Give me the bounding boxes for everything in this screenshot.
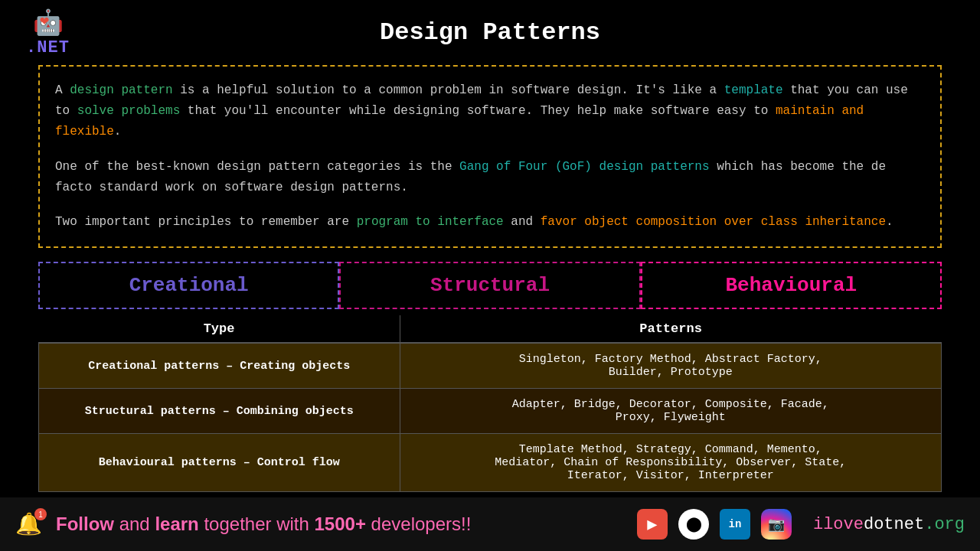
- table-row: Behavioural patterns – Control flow Temp…: [39, 434, 942, 492]
- footer-word-devs: developers!!: [371, 514, 472, 534]
- footer-word-follow: Follow: [56, 514, 114, 534]
- table-row: Structural patterns – Combining objects …: [39, 389, 942, 434]
- category-behavioural-button[interactable]: Behavioural: [641, 262, 942, 309]
- hl-favor-composition: favor object composition over class inhe…: [541, 215, 886, 229]
- social-icons-group: ▶ ⬤ in 📷: [637, 509, 792, 540]
- footer-word-learn: learn: [155, 514, 198, 534]
- youtube-button[interactable]: ▶: [637, 509, 668, 540]
- intro-paragraph-2: One of the best-known design pattern cat…: [55, 157, 925, 198]
- site-prefix-i: i: [813, 515, 823, 534]
- hl-program-interface: program to interface: [357, 215, 504, 229]
- site-name: ilovedotnet.org: [813, 515, 965, 534]
- row-creational-type: Creational patterns – Creating objects: [39, 343, 400, 389]
- row-structural-patterns: Adapter, Bridge, Decorator, Composite, F…: [400, 389, 941, 434]
- page-title: Design Patterns: [380, 18, 600, 47]
- bell-notification-icon[interactable]: 🔔 1: [15, 511, 42, 537]
- site-dot: dot: [864, 515, 894, 534]
- footer-word-together: together with: [204, 514, 314, 534]
- notification-badge: 1: [34, 508, 47, 520]
- hl-design-pattern: design pattern: [70, 83, 172, 97]
- footer-word-and: and: [119, 514, 155, 534]
- category-creational-button[interactable]: Creational: [38, 262, 339, 309]
- site-net: net: [894, 515, 925, 534]
- col-header-type: Type: [39, 315, 400, 343]
- category-structural-button[interactable]: Structural: [339, 262, 640, 309]
- intro-paragraph-3: Two important principles to remember are…: [55, 212, 925, 233]
- patterns-table: Type Patterns Creational patterns – Crea…: [38, 315, 942, 492]
- patterns-table-wrapper: Type Patterns Creational patterns – Crea…: [38, 315, 942, 492]
- row-structural-type: Structural patterns – Combining objects: [39, 389, 400, 434]
- footer-follow-text: Follow and learn together with 1500+ dev…: [56, 514, 623, 535]
- row-creational-patterns: Singleton, Factory Method, Abstract Fact…: [400, 343, 941, 389]
- linkedin-button[interactable]: in: [720, 509, 750, 540]
- footer-count: 1500+: [315, 514, 366, 534]
- site-org: .org: [924, 515, 965, 534]
- row-behavioural-patterns: Template Method, Strategy, Command, Meme…: [400, 434, 941, 492]
- footer: 🔔 1 Follow and learn together with 1500+…: [0, 497, 980, 551]
- category-row: Creational Structural Behavioural: [38, 262, 942, 309]
- instagram-button[interactable]: 📷: [761, 509, 792, 540]
- col-header-patterns: Patterns: [400, 315, 941, 343]
- logo-net: .NET: [26, 38, 70, 57]
- table-row: Creational patterns – Creating objects S…: [39, 343, 942, 389]
- heart-icon: ❤: [40, 11, 49, 30]
- site-love: love: [823, 515, 864, 534]
- hl-gof: Gang of Four (GoF) design patterns: [459, 160, 709, 174]
- intro-paragraph-1: A design pattern is a helpful solution t…: [55, 80, 925, 143]
- logo-area: 🤖 ❤ .NET: [15, 8, 80, 57]
- github-button[interactable]: ⬤: [678, 509, 709, 540]
- hl-template: template: [724, 83, 783, 97]
- intro-box: A design pattern is a helpful solution t…: [38, 65, 942, 248]
- header: 🤖 ❤ .NET Design Patterns: [0, 0, 980, 65]
- row-behavioural-type: Behavioural patterns – Control flow: [39, 434, 400, 492]
- hl-solve-problems: solve problems: [77, 104, 180, 118]
